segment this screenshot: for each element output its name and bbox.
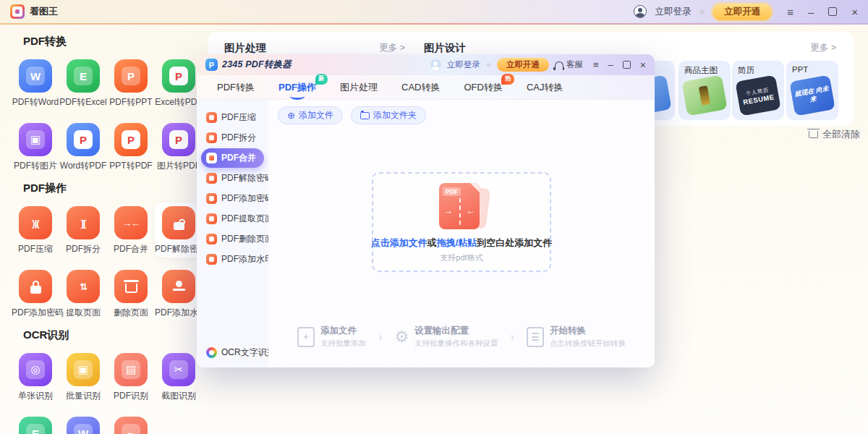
file-dropzone[interactable]: PDF → ← 点击添加文件或拖拽/粘贴到空白处添加文件 支持pdf格式 [372, 172, 551, 272]
tile-pdf-ocr[interactable]: ▤ PDF识别 [107, 349, 155, 404]
nav-pdf-password[interactable]: PDF添加密码 [201, 189, 264, 208]
minimize-button[interactable]: – [808, 7, 814, 17]
extract-icon [206, 213, 217, 224]
section-title-pdf-ops: PDF操作 [23, 182, 204, 195]
login-link[interactable]: 立即登录 [655, 6, 691, 18]
upgrade-button[interactable]: 立即开通 [712, 4, 772, 20]
heart-icon[interactable]: ♥ [699, 7, 705, 17]
tab-cad-convert[interactable]: CAD转换 [401, 81, 440, 94]
tile-delete-pages[interactable]: 删除页面 [107, 266, 155, 321]
more-link-design[interactable]: 更多 > [810, 42, 836, 54]
headset-icon [555, 61, 563, 68]
modal-menu-icon[interactable]: ≡ [593, 60, 599, 69]
tile-single-ocr[interactable]: ◎ 单张识别 [12, 349, 59, 404]
nav-ocr-text[interactable]: OCR文字识别 [206, 346, 276, 359]
sidebar: PDF转换 W PDF转Word E PDF转Excel P PDF转PPT P… [12, 27, 204, 434]
design-card-product[interactable]: 商品主图 [678, 61, 731, 120]
menu-icon[interactable]: ≡ [787, 7, 793, 17]
modal-minimize-button[interactable]: – [608, 60, 613, 69]
card-thumbnail [681, 75, 727, 116]
merge-icon: →← [114, 206, 148, 239]
trash-icon [114, 270, 148, 303]
modal-close-button[interactable]: × [640, 60, 646, 70]
user-avatar-icon[interactable] [634, 5, 647, 18]
modal-login-link[interactable]: 立即登录 [447, 59, 480, 70]
excel-icon: E [19, 417, 52, 434]
design-card-ppt[interactable]: PPT 就现在 向未来 [786, 61, 838, 120]
tile-image-to-word[interactable]: W 图片转Word [59, 413, 107, 434]
tile-image-to-pdf-ocr[interactable]: ~ 图片转PDF [107, 413, 155, 434]
tile-ppt-to-pdf[interactable]: P PPT转PDF [107, 119, 155, 174]
tile-excel-to-pdf[interactable]: P Excel转PDF [155, 56, 203, 111]
nav-pdf-watermark[interactable]: PDF添加水印 [201, 250, 264, 269]
modal-maximize-button[interactable] [623, 61, 631, 69]
add-file-button[interactable]: ⊕ 添加文件 [278, 106, 343, 124]
heart-icon[interactable]: ♥ [486, 60, 491, 70]
tile-word-to-pdf[interactable]: P Word转PDF [59, 119, 107, 174]
modal-titlebar: P 2345 PDF转换器 立即登录 ♥ 立即开通 客服 ≡ – × [197, 54, 655, 75]
section-title-pdf-convert: PDF转换 [23, 35, 204, 48]
tab-caj-convert[interactable]: CAJ转换 [527, 81, 563, 94]
clear-all-button[interactable]: 全部清除 [809, 128, 860, 141]
nav-pdf-unlock[interactable]: PDF解除密码 [201, 169, 264, 188]
app-titlebar: 看图王 立即登录 ♥ 立即开通 ≡ – × [0, 0, 868, 23]
user-avatar-icon[interactable] [430, 59, 441, 70]
support-button[interactable]: 客服 [555, 59, 583, 70]
tile-pdf-to-excel[interactable]: E PDF转Excel [59, 56, 107, 111]
gear-icon: ⚙ [394, 329, 409, 345]
maximize-button[interactable] [828, 7, 837, 16]
close-button[interactable]: × [851, 7, 858, 17]
workflow-steps: + 添加文件 支持批量添加 › ⚙ 设置输出配置 支持批量操作和各种设置 [268, 325, 655, 349]
ppt-icon: P [114, 59, 148, 93]
tile-pdf-to-ppt[interactable]: P PDF转PPT [107, 56, 155, 111]
tile-batch-ocr[interactable]: ▣ 批量识别 [59, 349, 107, 404]
tab-pdf-convert[interactable]: PDF转换 [217, 81, 255, 94]
add-folder-button[interactable]: 添加文件夹 [351, 106, 426, 124]
active-tab-underline [290, 93, 305, 100]
tab-pdf-ops[interactable]: PDF操作 新 [278, 81, 316, 94]
card-thumbnail: 个人简历 RESUME [735, 75, 780, 116]
tile-pdf-to-image[interactable]: ▣ PDF转图片 [12, 119, 59, 174]
lock-icon [206, 193, 217, 204]
more-link-processing[interactable]: 更多 > [379, 42, 405, 54]
nav-pdf-extract[interactable]: PDF提取页面 [201, 209, 264, 229]
design-card-resume[interactable]: 简历 个人简历 RESUME [732, 61, 784, 120]
merge-icon [206, 153, 217, 163]
unlock-icon [162, 206, 195, 239]
tile-pdf-compress[interactable]: )|( PDF压缩 [12, 203, 59, 258]
card-thumbnail: 就现在 向未来 [789, 75, 835, 116]
tile-pdf-to-word[interactable]: W PDF转Word [12, 56, 59, 111]
modal-logo-icon: P [205, 59, 218, 71]
tab-image-processing[interactable]: 图片处理 [340, 81, 378, 94]
nav-pdf-delete[interactable]: PDF删除页面 [201, 229, 264, 249]
tile-pdf-watermark[interactable]: PDF添加水印 [155, 266, 203, 321]
split-icon [206, 132, 217, 143]
tile-screenshot-ocr[interactable]: ✂ 截图识别 [155, 349, 203, 404]
pdf-converter-modal: P 2345 PDF转换器 立即登录 ♥ 立即开通 客服 ≡ – × [197, 54, 655, 367]
nav-pdf-compress[interactable]: PDF压缩 [201, 108, 264, 127]
hot-badge: 热 [501, 74, 514, 85]
pdf-icon: P [67, 123, 100, 156]
nav-pdf-merge[interactable]: PDF合并 [201, 148, 264, 168]
compress-icon [206, 112, 217, 123]
tile-extract-pages[interactable]: ⇅ 提取页面 [59, 266, 107, 321]
stamp-icon [206, 254, 217, 265]
nav-pdf-split[interactable]: PDF拆分 [201, 128, 264, 148]
tile-image-to-excel[interactable]: E 图片转Excel [12, 413, 59, 434]
document-icon: ▤ [114, 353, 148, 386]
tile-pdf-merge[interactable]: →← PDF合并 [107, 203, 155, 258]
tab-ofd-convert[interactable]: OFD转换 热 [464, 81, 502, 94]
section-title-ocr: OCR识别 [23, 328, 204, 342]
modal-upgrade-button[interactable]: 立即开通 [497, 58, 549, 72]
tile-pdf-split[interactable]: ][ PDF拆分 [59, 203, 107, 258]
tile-pdf-unlock[interactable]: PDF解除密码 [155, 203, 203, 258]
tile-image-to-pdf[interactable]: P 图片转PDF [155, 119, 203, 174]
modal-content: ⊕ 添加文件 添加文件夹 PDF [268, 100, 655, 367]
dropzone-format-hint: 支持pdf格式 [440, 252, 482, 263]
excel-icon: E [67, 59, 100, 93]
modal-tab-bar: PDF转换 PDF操作 新 图片处理 CAD转换 OFD转换 热 CAJ转换 [197, 75, 655, 100]
extract-icon: ⇅ [67, 270, 100, 303]
convert-doc-icon [527, 327, 544, 347]
app-logo-icon [10, 4, 25, 19]
tile-pdf-password[interactable]: PDF添加密码 [12, 266, 59, 321]
